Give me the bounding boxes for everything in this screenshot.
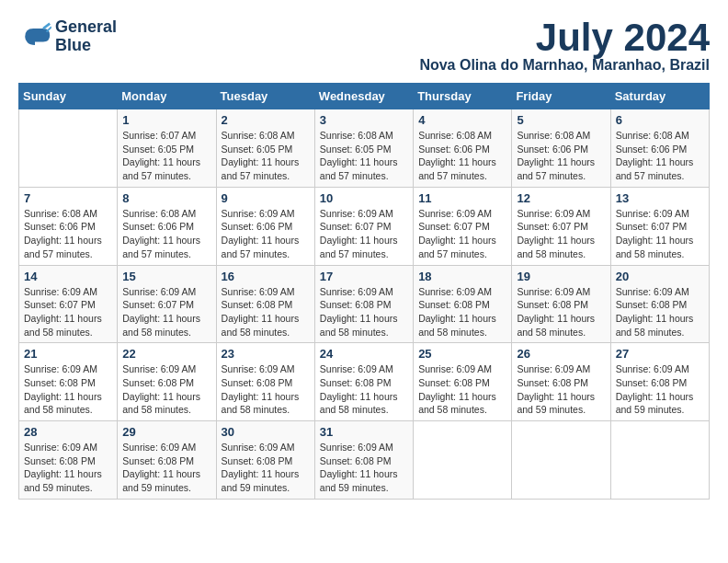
day-info: Sunrise: 6:09 AMSunset: 6:06 PMDaylight:… bbox=[222, 207, 310, 261]
title-area: July 2024 Nova Olina do Marnhao, Maranha… bbox=[419, 18, 710, 74]
day-number: 22 bbox=[122, 347, 210, 361]
day-info: Sunrise: 6:09 AMSunset: 6:07 PMDaylight:… bbox=[122, 285, 210, 339]
calendar-week-row: 1Sunrise: 6:07 AMSunset: 6:05 PMDaylight… bbox=[19, 109, 710, 188]
weekday-header-friday: Friday bbox=[512, 84, 610, 109]
day-number: 5 bbox=[517, 113, 605, 127]
day-number: 20 bbox=[616, 270, 704, 283]
day-number: 17 bbox=[320, 270, 408, 283]
calendar-table: SundayMondayTuesdayWednesdayThursdayFrid… bbox=[18, 83, 710, 500]
month-title: July 2024 bbox=[419, 18, 710, 57]
day-info: Sunrise: 6:09 AMSunset: 6:08 PMDaylight:… bbox=[122, 362, 210, 417]
calendar-cell: 7Sunrise: 6:08 AMSunset: 6:06 PMDaylight… bbox=[19, 187, 118, 265]
day-info: Sunrise: 6:09 AMSunset: 6:08 PMDaylight:… bbox=[418, 285, 506, 339]
day-info: Sunrise: 6:09 AMSunset: 6:08 PMDaylight:… bbox=[222, 362, 310, 417]
calendar-cell: 25Sunrise: 6:09 AMSunset: 6:08 PMDayligh… bbox=[414, 343, 512, 421]
day-number: 3 bbox=[320, 113, 408, 127]
day-info: Sunrise: 6:09 AMSunset: 6:07 PMDaylight:… bbox=[616, 207, 704, 261]
day-number: 2 bbox=[222, 113, 310, 127]
day-info: Sunrise: 6:09 AMSunset: 6:07 PMDaylight:… bbox=[24, 285, 112, 339]
calendar-cell: 5Sunrise: 6:08 AMSunset: 6:06 PMDaylight… bbox=[512, 109, 610, 188]
calendar-cell: 8Sunrise: 6:08 AMSunset: 6:06 PMDaylight… bbox=[118, 187, 216, 265]
day-number: 16 bbox=[222, 270, 310, 283]
day-info: Sunrise: 6:09 AMSunset: 6:07 PMDaylight:… bbox=[418, 207, 506, 261]
day-info: Sunrise: 6:09 AMSunset: 6:08 PMDaylight:… bbox=[320, 285, 408, 339]
calendar-cell: 19Sunrise: 6:09 AMSunset: 6:08 PMDayligh… bbox=[512, 265, 610, 343]
calendar-cell: 20Sunrise: 6:09 AMSunset: 6:08 PMDayligh… bbox=[610, 265, 709, 343]
calendar-cell: 30Sunrise: 6:09 AMSunset: 6:08 PMDayligh… bbox=[216, 421, 314, 500]
day-number: 25 bbox=[418, 347, 506, 361]
calendar-cell bbox=[512, 421, 610, 500]
calendar-cell: 24Sunrise: 6:09 AMSunset: 6:08 PMDayligh… bbox=[314, 343, 413, 421]
day-info: Sunrise: 6:08 AMSunset: 6:06 PMDaylight:… bbox=[418, 129, 506, 183]
location: Nova Olina do Marnhao, Maranhao, Brazil bbox=[419, 57, 710, 74]
day-number: 13 bbox=[616, 191, 704, 205]
calendar-cell: 14Sunrise: 6:09 AMSunset: 6:07 PMDayligh… bbox=[19, 265, 118, 343]
day-info: Sunrise: 6:09 AMSunset: 6:08 PMDaylight:… bbox=[222, 441, 310, 495]
day-info: Sunrise: 6:07 AMSunset: 6:05 PMDaylight:… bbox=[122, 129, 210, 183]
calendar-cell: 22Sunrise: 6:09 AMSunset: 6:08 PMDayligh… bbox=[118, 343, 216, 421]
calendar-cell: 27Sunrise: 6:09 AMSunset: 6:08 PMDayligh… bbox=[610, 343, 709, 421]
day-info: Sunrise: 6:09 AMSunset: 6:08 PMDaylight:… bbox=[418, 362, 506, 417]
day-info: Sunrise: 6:09 AMSunset: 6:07 PMDaylight:… bbox=[320, 207, 408, 261]
weekday-header-sunday: Sunday bbox=[19, 84, 118, 109]
weekday-header-tuesday: Tuesday bbox=[216, 84, 314, 109]
calendar-week-row: 21Sunrise: 6:09 AMSunset: 6:08 PMDayligh… bbox=[19, 343, 710, 421]
logo-text: General Blue bbox=[55, 18, 117, 55]
day-info: Sunrise: 6:08 AMSunset: 6:05 PMDaylight:… bbox=[320, 129, 408, 183]
calendar-cell: 18Sunrise: 6:09 AMSunset: 6:08 PMDayligh… bbox=[414, 265, 512, 343]
day-number: 6 bbox=[616, 113, 704, 127]
day-number: 26 bbox=[517, 347, 605, 361]
calendar-cell: 4Sunrise: 6:08 AMSunset: 6:06 PMDaylight… bbox=[414, 109, 512, 188]
calendar-cell: 31Sunrise: 6:09 AMSunset: 6:08 PMDayligh… bbox=[314, 421, 413, 500]
day-number: 23 bbox=[222, 347, 310, 361]
day-number: 30 bbox=[222, 425, 310, 439]
calendar-cell bbox=[19, 109, 118, 188]
day-number: 29 bbox=[122, 425, 210, 439]
day-info: Sunrise: 6:09 AMSunset: 6:07 PMDaylight:… bbox=[517, 207, 605, 261]
day-number: 10 bbox=[320, 191, 408, 205]
day-number: 8 bbox=[122, 191, 210, 205]
calendar-cell: 16Sunrise: 6:09 AMSunset: 6:08 PMDayligh… bbox=[216, 265, 314, 343]
weekday-header-thursday: Thursday bbox=[414, 84, 512, 109]
day-number: 9 bbox=[222, 191, 310, 205]
calendar-week-row: 7Sunrise: 6:08 AMSunset: 6:06 PMDaylight… bbox=[19, 187, 710, 265]
day-info: Sunrise: 6:09 AMSunset: 6:08 PMDaylight:… bbox=[616, 362, 704, 417]
calendar-cell bbox=[610, 421, 709, 500]
day-number: 4 bbox=[418, 113, 506, 127]
day-number: 15 bbox=[122, 270, 210, 283]
calendar-cell: 15Sunrise: 6:09 AMSunset: 6:07 PMDayligh… bbox=[118, 265, 216, 343]
calendar-cell: 29Sunrise: 6:09 AMSunset: 6:08 PMDayligh… bbox=[118, 421, 216, 500]
calendar-cell: 1Sunrise: 6:07 AMSunset: 6:05 PMDaylight… bbox=[118, 109, 216, 188]
calendar-cell: 23Sunrise: 6:09 AMSunset: 6:08 PMDayligh… bbox=[216, 343, 314, 421]
weekday-header-monday: Monday bbox=[118, 84, 216, 109]
day-number: 28 bbox=[24, 425, 112, 439]
calendar-week-row: 28Sunrise: 6:09 AMSunset: 6:08 PMDayligh… bbox=[19, 421, 710, 500]
calendar-cell: 11Sunrise: 6:09 AMSunset: 6:07 PMDayligh… bbox=[414, 187, 512, 265]
day-info: Sunrise: 6:09 AMSunset: 6:08 PMDaylight:… bbox=[616, 285, 704, 339]
day-number: 19 bbox=[517, 270, 605, 283]
day-number: 24 bbox=[320, 347, 408, 361]
day-info: Sunrise: 6:09 AMSunset: 6:08 PMDaylight:… bbox=[517, 285, 605, 339]
day-info: Sunrise: 6:09 AMSunset: 6:08 PMDaylight:… bbox=[24, 362, 112, 417]
day-info: Sunrise: 6:08 AMSunset: 6:06 PMDaylight:… bbox=[24, 207, 112, 261]
calendar-cell: 2Sunrise: 6:08 AMSunset: 6:05 PMDaylight… bbox=[216, 109, 314, 188]
day-info: Sunrise: 6:09 AMSunset: 6:08 PMDaylight:… bbox=[320, 362, 408, 417]
weekday-header-row: SundayMondayTuesdayWednesdayThursdayFrid… bbox=[19, 84, 710, 109]
day-info: Sunrise: 6:08 AMSunset: 6:06 PMDaylight:… bbox=[517, 129, 605, 183]
day-number: 31 bbox=[320, 425, 408, 439]
calendar-cell: 26Sunrise: 6:09 AMSunset: 6:08 PMDayligh… bbox=[512, 343, 610, 421]
weekday-header-saturday: Saturday bbox=[610, 84, 709, 109]
calendar-cell: 6Sunrise: 6:08 AMSunset: 6:06 PMDaylight… bbox=[610, 109, 709, 188]
calendar-cell: 21Sunrise: 6:09 AMSunset: 6:08 PMDayligh… bbox=[19, 343, 118, 421]
calendar-cell: 17Sunrise: 6:09 AMSunset: 6:08 PMDayligh… bbox=[314, 265, 413, 343]
day-number: 27 bbox=[616, 347, 704, 361]
day-number: 12 bbox=[517, 191, 605, 205]
day-info: Sunrise: 6:09 AMSunset: 6:08 PMDaylight:… bbox=[122, 441, 210, 495]
page-header: General Blue July 2024 Nova Olina do Mar… bbox=[18, 18, 710, 74]
calendar-cell: 10Sunrise: 6:09 AMSunset: 6:07 PMDayligh… bbox=[314, 187, 413, 265]
calendar-cell: 3Sunrise: 6:08 AMSunset: 6:05 PMDaylight… bbox=[314, 109, 413, 188]
day-number: 14 bbox=[24, 270, 112, 283]
day-info: Sunrise: 6:09 AMSunset: 6:08 PMDaylight:… bbox=[517, 362, 605, 417]
logo: General Blue bbox=[18, 18, 117, 55]
day-number: 11 bbox=[418, 191, 506, 205]
